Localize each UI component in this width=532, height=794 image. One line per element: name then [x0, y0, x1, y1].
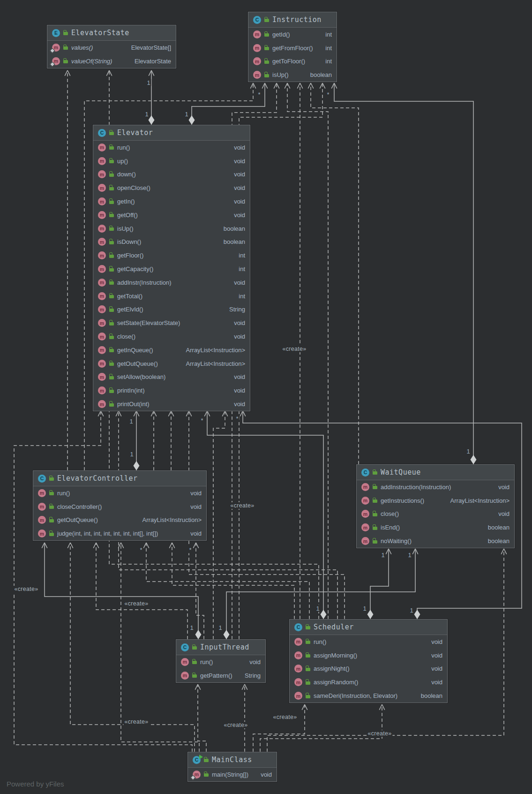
class-node-inputthread[interactable]: CInputThreadmrun()voidmgetPattern()Strin… — [176, 639, 266, 683]
arrowhead-icon — [300, 83, 303, 89]
method-row[interactable]: massignMorning()void — [290, 649, 447, 662]
arrowhead-icon — [136, 411, 139, 416]
class-header[interactable]: CElevator — [93, 125, 250, 141]
class-node-scheduler[interactable]: CSchedulermrun()voidmassignMorning()void… — [289, 619, 448, 703]
public-lock-icon — [49, 477, 54, 481]
method-row[interactable]: misUp()boolean — [93, 222, 250, 235]
method-row[interactable]: mgetPattern()String — [176, 669, 265, 682]
method-row[interactable]: mgetId()int — [248, 28, 337, 41]
class-node-mainclass[interactable]: CMainClassmmain(String[])void — [187, 752, 277, 782]
method-row[interactable]: mgetFromFloor()int — [248, 41, 337, 55]
aggregation-edge[interactable] — [334, 83, 473, 464]
method-row[interactable]: mgetOutQueue()ArrayList<Instruction> — [33, 514, 206, 527]
method-row[interactable]: mgetCapacity()int — [93, 262, 250, 276]
method-row[interactable]: msetAllow(boolean)void — [93, 371, 250, 384]
method-return-type: boolean — [481, 524, 510, 531]
method-row[interactable]: mgetInQueue()ArrayList<Instruction> — [93, 343, 250, 357]
method-return-type: void — [243, 658, 261, 665]
public-lock-icon — [109, 227, 114, 231]
class-header[interactable]: CMainClass — [188, 752, 277, 768]
dependency-edge[interactable] — [239, 83, 322, 639]
method-return-type: void — [227, 373, 245, 380]
method-row[interactable]: mrun()void — [33, 486, 206, 500]
arrowhead-icon — [168, 411, 171, 416]
method-return-type: void — [184, 530, 202, 537]
class-header[interactable]: CInputThread — [176, 640, 265, 655]
class-node-waitqueue[interactable]: CWaitQueuemaddInstruction(Instruction)vo… — [356, 464, 515, 548]
dependency-edge[interactable] — [196, 543, 204, 639]
method-row[interactable]: mvalueOf(String)ElevatorState — [47, 54, 176, 68]
method-row[interactable]: mdown()void — [93, 168, 250, 181]
method-row[interactable]: msetState(ElevatorState)void — [93, 316, 250, 330]
aggregation-edge[interactable] — [192, 83, 265, 125]
method-row[interactable]: mcloseController()void — [33, 500, 206, 514]
method-row[interactable]: maddInstruction(Instruction)void — [357, 480, 514, 494]
method-name: printOut(int) — [117, 401, 150, 408]
method-row[interactable]: misEnd()boolean — [357, 521, 514, 534]
method-row[interactable]: mgetElvId()String — [93, 303, 250, 317]
method-row[interactable]: mgetFloor()int — [93, 249, 250, 262]
arrowhead-icon — [96, 543, 99, 548]
method-name: openClose() — [117, 184, 150, 191]
dependency-edge[interactable] — [96, 543, 187, 639]
class-node-elevatorcontroller[interactable]: CElevatorControllermrun()voidmcloseContr… — [33, 470, 207, 541]
method-row[interactable]: mrun()void — [290, 635, 447, 649]
aggregation-edge[interactable] — [370, 549, 389, 619]
class-header[interactable]: CElevatorController — [33, 471, 206, 486]
method-row[interactable]: mmain(String[])void — [188, 768, 277, 781]
method-row[interactable]: mrun()void — [93, 141, 250, 154]
class-header[interactable]: CWaitQueue — [357, 465, 514, 480]
method-row[interactable]: maddInstr(Instruction)void — [93, 276, 250, 289]
method-name: down() — [117, 171, 136, 178]
dependency-edge[interactable] — [146, 543, 309, 619]
method-row[interactable]: mvalues()ElevatorState[] — [47, 41, 176, 54]
method-row[interactable]: misDown()boolean — [93, 235, 250, 249]
icon-letter: m — [98, 333, 106, 340]
method-row[interactable]: mup()void — [93, 154, 250, 168]
enum-icon: E — [52, 29, 60, 37]
dependency-edge[interactable] — [253, 704, 305, 752]
dependency-edge[interactable] — [311, 83, 359, 464]
aggregation-edge[interactable] — [207, 411, 323, 619]
method-row[interactable]: misUp()boolean — [248, 68, 337, 82]
arrowhead-icon — [143, 543, 146, 548]
method-row[interactable]: mgetTotal()int — [93, 289, 250, 303]
powered-by-yfiles-label: Powered by yFiles — [7, 780, 64, 788]
method-row[interactable]: mclose()void — [93, 330, 250, 343]
method-row[interactable]: mclose()void — [357, 507, 514, 521]
class-node-elevator[interactable]: CElevatormrun()voidmup()voidmdown()voidm… — [93, 125, 250, 411]
method-row[interactable]: mprintOut(int)void — [93, 397, 250, 411]
dependency-edge[interactable] — [172, 543, 294, 619]
method-row[interactable]: mnoWaiting()boolean — [357, 534, 514, 548]
method-row[interactable]: mjudge(int, int, int, int, int, int, int… — [33, 527, 206, 540]
method-row[interactable]: mgetOutQueue()ArrayList<Instruction> — [93, 357, 250, 371]
icon-letter: m — [361, 483, 369, 491]
dependency-edge[interactable] — [189, 411, 345, 619]
class-header[interactable]: CInstruction — [248, 12, 337, 28]
method-name: run() — [314, 638, 326, 645]
class-header[interactable]: CScheduler — [290, 620, 447, 635]
aggregation-edge[interactable] — [45, 543, 198, 639]
method-row[interactable]: massignRandom()void — [290, 675, 447, 689]
public-lock-icon — [109, 349, 114, 352]
dependency-edge[interactable] — [198, 684, 206, 752]
arrowhead-icon — [285, 83, 287, 89]
dependency-edge[interactable] — [260, 704, 382, 752]
method-row[interactable]: mopenClose()void — [93, 181, 250, 195]
class-header[interactable]: EElevatorState — [47, 25, 176, 41]
method-return-type: void — [184, 503, 202, 510]
public-lock-icon — [109, 160, 114, 163]
class-node-instruction[interactable]: CInstructionmgetId()intmgetFromFloor()in… — [248, 12, 337, 82]
class-title: ElevatorState — [71, 29, 129, 37]
class-node-elevatorstate[interactable]: EElevatorStatemvalues()ElevatorState[]mv… — [47, 25, 176, 68]
dependency-edge[interactable] — [213, 411, 225, 639]
method-row[interactable]: mgetIn()void — [93, 195, 250, 208]
method-row[interactable]: mrun()void — [176, 655, 265, 669]
method-row[interactable]: mgetOff()void — [93, 208, 250, 222]
method-row[interactable]: mgetInstructions()ArrayList<Instruction> — [357, 494, 514, 507]
method-row[interactable]: msameDeri(Instruction, Elevator)boolean — [290, 689, 447, 703]
method-row[interactable]: mgetToFloor()int — [248, 55, 337, 68]
icon-letter: m — [253, 57, 261, 65]
method-row[interactable]: mprintIn(int)void — [93, 384, 250, 397]
method-row[interactable]: massignNight()void — [290, 662, 447, 676]
